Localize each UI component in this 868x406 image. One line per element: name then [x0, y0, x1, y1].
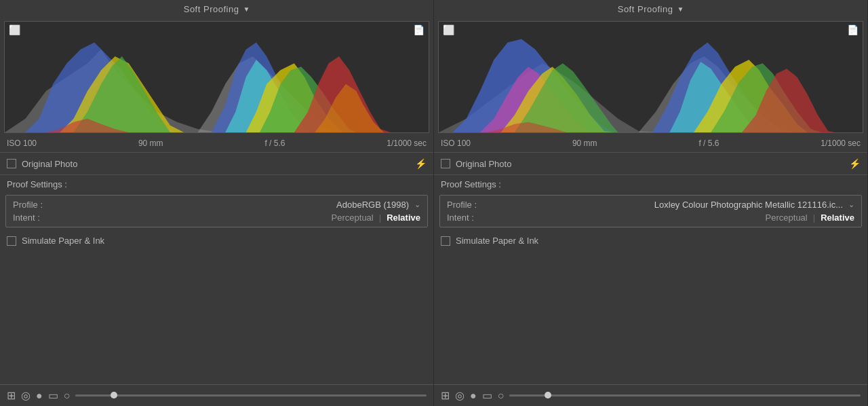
left-intent-row: Intent : Perceptual | Relative: [13, 213, 420, 223]
left-divider-2: [0, 174, 433, 175]
right-zoom-slider[interactable]: [509, 394, 861, 396]
right-simulate-checkbox[interactable]: [441, 236, 450, 246]
right-intent-value: Perceptual | Relative: [766, 213, 854, 223]
monitor-icon-left: ⬜: [9, 24, 20, 35]
right-intent-relative[interactable]: Relative: [821, 213, 854, 223]
right-histogram: ⬜ 📄: [438, 21, 863, 133]
left-original-photo-row: Original Photo ⚡: [0, 154, 433, 173]
right-original-photo-row: Original Photo ⚡: [434, 154, 867, 173]
left-simulate-checkbox[interactable]: [7, 236, 16, 246]
right-proof-box: Profile : Loxley Colour Photographic Met…: [439, 195, 862, 227]
right-intent-row: Intent : Perceptual | Relative: [447, 213, 854, 223]
left-flash-icon[interactable]: ⚡: [415, 158, 427, 169]
right-divider-2: [434, 174, 867, 175]
left-divider-1: [0, 152, 433, 153]
left-title: Soft Proofing: [184, 4, 239, 14]
left-profile-text: AdobeRGB (1998): [336, 200, 409, 210]
right-profile-row: Profile : Loxley Colour Photographic Met…: [447, 200, 854, 210]
right-aperture: f / 5.6: [698, 139, 719, 148]
right-tool-circle[interactable]: ○: [498, 390, 505, 402]
right-flash-icon[interactable]: ⚡: [849, 158, 861, 169]
left-zoom-slider[interactable]: [75, 394, 427, 396]
left-histogram-svg: [5, 22, 429, 132]
left-shutter: 1/1000 sec: [387, 139, 427, 148]
right-tool-rect[interactable]: ▭: [482, 389, 492, 402]
left-tool-grid[interactable]: ⊞: [7, 389, 16, 402]
right-intent-label: Intent :: [447, 213, 484, 223]
right-profile-text: Loxley Colour Photographic Metallic 1211…: [654, 200, 843, 210]
left-focal: 90 mm: [138, 139, 163, 148]
page-icon-right: 📄: [847, 24, 859, 35]
right-header: Soft Proofing ▼: [434, 0, 867, 18]
right-tool-circle-fill[interactable]: ●: [470, 390, 477, 402]
right-profile-value[interactable]: Loxley Colour Photographic Metallic 1211…: [654, 200, 854, 210]
left-histogram: ⬜ 📄: [4, 21, 429, 133]
left-simulate-row: Simulate Paper & Ink: [0, 230, 433, 251]
right-iso: ISO 100: [441, 139, 471, 148]
right-panel: Soft Proofing ▼ ⬜ 📄: [434, 0, 868, 406]
right-simulate-label: Simulate Paper & Ink: [456, 236, 538, 246]
monitor-icon-right: ⬜: [443, 24, 454, 35]
right-shutter: 1/1000 sec: [821, 139, 861, 148]
left-intent-relative[interactable]: Relative: [387, 213, 420, 223]
right-tool-grid[interactable]: ⊞: [441, 389, 450, 402]
right-zoom-thumb[interactable]: [545, 392, 551, 399]
left-tool-circle-fill[interactable]: ●: [36, 390, 43, 402]
left-tool-target[interactable]: ◎: [21, 389, 31, 402]
left-toolbar: ⊞ ◎ ● ▭ ○: [0, 384, 433, 406]
left-intent-perceptual[interactable]: Perceptual: [332, 213, 374, 223]
right-intent-perceptual[interactable]: Perceptual: [766, 213, 808, 223]
right-profile-label: Profile :: [447, 200, 484, 210]
right-proof-settings-label: Proof Settings :: [434, 177, 867, 192]
right-profile-dropdown[interactable]: ⌄: [848, 200, 854, 209]
page-icon-left: 📄: [413, 24, 425, 35]
left-intent-sep: |: [379, 213, 381, 223]
left-intent-label: Intent :: [13, 213, 50, 223]
left-exif: ISO 100 90 mm f / 5.6 1/1000 sec: [0, 136, 433, 151]
left-intent-value: Perceptual | Relative: [332, 213, 420, 223]
left-profile-label: Profile :: [13, 200, 50, 210]
left-profile-dropdown[interactable]: ⌄: [414, 200, 420, 209]
left-original-photo-label: Original Photo: [22, 159, 77, 169]
left-profile-value[interactable]: AdobeRGB (1998) ⌄: [336, 200, 420, 210]
right-simulate-row: Simulate Paper & Ink: [434, 230, 867, 251]
left-panel: Soft Proofing ▼ ⬜ 📄: [0, 0, 434, 406]
right-tool-target[interactable]: ◎: [455, 389, 465, 402]
right-histogram-svg: [439, 22, 863, 132]
left-proof-settings-label: Proof Settings :: [0, 177, 433, 192]
right-exif: ISO 100 90 mm f / 5.6 1/1000 sec: [434, 136, 867, 151]
right-toolbar: ⊞ ◎ ● ▭ ○: [434, 384, 867, 406]
left-dropdown-arrow[interactable]: ▼: [243, 5, 250, 13]
left-proof-box: Profile : AdobeRGB (1998) ⌄ Intent : Per…: [5, 195, 428, 227]
right-title: Soft Proofing: [618, 4, 673, 14]
left-profile-row: Profile : AdobeRGB (1998) ⌄: [13, 200, 420, 210]
left-tool-circle[interactable]: ○: [64, 390, 71, 402]
left-header: Soft Proofing ▼: [0, 0, 433, 18]
left-aperture: f / 5.6: [264, 139, 285, 148]
left-tool-rect[interactable]: ▭: [48, 389, 58, 402]
right-original-photo-checkbox[interactable]: [441, 159, 450, 168]
left-original-photo-checkbox[interactable]: [7, 159, 16, 168]
right-original-photo-label: Original Photo: [456, 159, 511, 169]
right-intent-sep: |: [813, 213, 815, 223]
right-focal: 90 mm: [572, 139, 597, 148]
right-dropdown-arrow[interactable]: ▼: [677, 5, 684, 13]
left-zoom-thumb[interactable]: [111, 392, 117, 399]
left-simulate-label: Simulate Paper & Ink: [22, 236, 104, 246]
left-iso: ISO 100: [7, 139, 37, 148]
right-divider-1: [434, 152, 867, 153]
